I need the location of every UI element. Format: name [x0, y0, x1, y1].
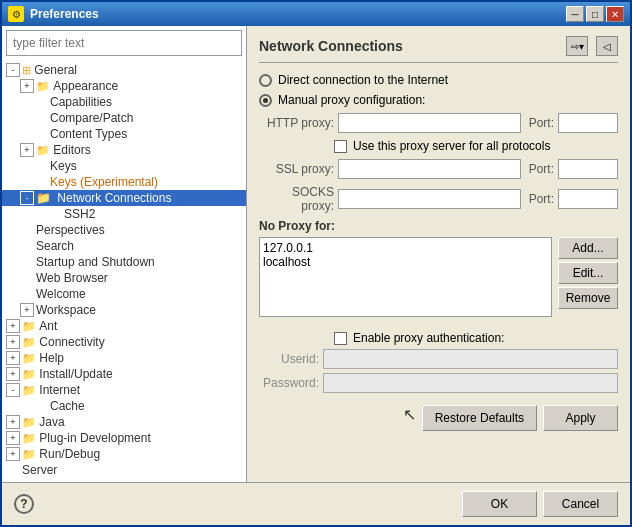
password-label: Password:	[259, 376, 319, 390]
manual-proxy-row[interactable]: Manual proxy configuration:	[259, 93, 618, 107]
no-proxy-section: No Proxy for: 127.0.0.1 localhost Add...…	[259, 219, 618, 317]
password-input	[323, 373, 618, 393]
expander-run-debug[interactable]: +	[6, 447, 20, 461]
no-proxy-entry-0[interactable]: 127.0.0.1	[263, 241, 548, 255]
edit-button[interactable]: Edit...	[558, 262, 618, 284]
sidebar-label-internet: Internet	[39, 383, 80, 397]
sidebar-label-ant: Ant	[39, 319, 57, 333]
maximize-button[interactable]: □	[586, 6, 604, 22]
expander-workspace[interactable]: +	[20, 303, 34, 317]
sidebar-item-editors[interactable]: + 📁 Editors	[2, 142, 246, 158]
expander-appearance[interactable]: +	[20, 79, 34, 93]
expander-ant[interactable]: +	[6, 319, 20, 333]
filter-input[interactable]	[6, 30, 242, 56]
expander-connectivity[interactable]: +	[6, 335, 20, 349]
expander-network[interactable]: -	[20, 191, 34, 205]
folder-icon-appearance: 📁	[36, 80, 50, 93]
help-button[interactable]: ?	[14, 494, 34, 514]
ssl-proxy-label: SSL proxy:	[259, 162, 334, 176]
folder-icon-internet: 📁	[22, 384, 36, 397]
sidebar-item-appearance[interactable]: + 📁 Appearance	[2, 78, 246, 94]
panel-header: Network Connections ⇨▾ ◁	[259, 36, 618, 63]
password-row: Password:	[259, 373, 618, 393]
ssl-proxy-input[interactable]	[338, 159, 521, 179]
no-proxy-content: 127.0.0.1 localhost Add... Edit... Remov…	[259, 237, 618, 317]
sidebar-label-welcome: Welcome	[36, 287, 86, 301]
minimize-button[interactable]: ─	[566, 6, 584, 22]
no-proxy-buttons: Add... Edit... Remove	[558, 237, 618, 317]
sidebar: - ⊞ General + 📁 Appearance Capabilities	[2, 26, 247, 482]
sidebar-item-ssh2[interactable]: SSH2	[2, 206, 246, 222]
remove-button[interactable]: Remove	[558, 287, 618, 309]
restore-defaults-button[interactable]: Restore Defaults	[422, 405, 537, 431]
sidebar-label-content-types: Content Types	[50, 127, 127, 141]
sidebar-item-ant[interactable]: + 📁 Ant	[2, 318, 246, 334]
nav-buttons: ⇨▾ ◁	[566, 36, 618, 56]
auth-checkbox[interactable]	[334, 332, 347, 345]
socks-port-input[interactable]	[558, 189, 618, 209]
nav-back-button[interactable]: ◁	[596, 36, 618, 56]
apply-button[interactable]: Apply	[543, 405, 618, 431]
sidebar-label-cache: Cache	[50, 399, 85, 413]
sidebar-item-internet[interactable]: - 📁 Internet	[2, 382, 246, 398]
main-content: - ⊞ General + 📁 Appearance Capabilities	[2, 26, 630, 482]
folder-icon-help: 📁	[22, 352, 36, 365]
window-controls: ─ □ ✕	[566, 6, 624, 22]
no-proxy-list[interactable]: 127.0.0.1 localhost	[259, 237, 552, 317]
sidebar-item-cache[interactable]: Cache	[2, 398, 246, 414]
sidebar-item-plugin-development[interactable]: + 📁 Plug-in Development	[2, 430, 246, 446]
direct-connection-radio[interactable]	[259, 74, 272, 87]
http-port-input[interactable]	[558, 113, 618, 133]
sidebar-item-capabilities[interactable]: Capabilities	[2, 94, 246, 110]
sidebar-item-network-connections[interactable]: - 📁 Network Connections	[2, 190, 246, 206]
no-proxy-entry-1[interactable]: localhost	[263, 255, 548, 269]
expander-java[interactable]: +	[6, 415, 20, 429]
sidebar-label-web-browser: Web Browser	[36, 271, 108, 285]
sidebar-item-run-debug[interactable]: + 📁 Run/Debug	[2, 446, 246, 462]
http-proxy-input[interactable]	[338, 113, 521, 133]
sidebar-item-compare-patch[interactable]: Compare/Patch	[2, 110, 246, 126]
auth-section: Enable proxy authentication: Userid: Pas…	[259, 331, 618, 393]
right-panel: Network Connections ⇨▾ ◁ Direct connecti…	[247, 26, 630, 482]
sidebar-item-welcome[interactable]: Welcome	[2, 286, 246, 302]
sidebar-item-java[interactable]: + 📁 Java	[2, 414, 246, 430]
add-button[interactable]: Add...	[558, 237, 618, 259]
http-proxy-row: HTTP proxy: Port:	[259, 113, 618, 133]
sidebar-item-keys-experimental[interactable]: Keys (Experimental)	[2, 174, 246, 190]
socks-port-label: Port:	[529, 192, 554, 206]
userid-input	[323, 349, 618, 369]
sidebar-item-keys[interactable]: Keys	[2, 158, 246, 174]
use-same-proxy-row[interactable]: Use this proxy server for all protocols	[334, 139, 618, 153]
close-button[interactable]: ✕	[606, 6, 624, 22]
sidebar-item-web-browser[interactable]: Web Browser	[2, 270, 246, 286]
sidebar-item-search[interactable]: Search	[2, 238, 246, 254]
direct-connection-label: Direct connection to the Internet	[278, 73, 448, 87]
expander-editors[interactable]: +	[20, 143, 34, 157]
socks-proxy-input[interactable]	[338, 189, 521, 209]
expander-plugin-development[interactable]: +	[6, 431, 20, 445]
use-same-proxy-checkbox[interactable]	[334, 140, 347, 153]
expander-help[interactable]: +	[6, 351, 20, 365]
title-bar: ⚙ Preferences ─ □ ✕	[2, 2, 630, 26]
sidebar-item-general[interactable]: - ⊞ General	[2, 62, 246, 78]
ssl-port-input[interactable]	[558, 159, 618, 179]
direct-connection-row[interactable]: Direct connection to the Internet	[259, 73, 618, 87]
sidebar-item-connectivity[interactable]: + 📁 Connectivity	[2, 334, 246, 350]
manual-proxy-radio[interactable]	[259, 94, 272, 107]
sidebar-item-content-types[interactable]: Content Types	[2, 126, 246, 142]
expander-internet[interactable]: -	[6, 383, 20, 397]
sidebar-item-workspace[interactable]: + Workspace	[2, 302, 246, 318]
nav-forward-button[interactable]: ⇨▾	[566, 36, 588, 56]
sidebar-label-compare-patch: Compare/Patch	[50, 111, 133, 125]
sidebar-item-install-update[interactable]: + 📁 Install/Update	[2, 366, 246, 382]
sidebar-item-server[interactable]: Server	[2, 462, 246, 478]
sidebar-item-startup-shutdown[interactable]: Startup and Shutdown	[2, 254, 246, 270]
sidebar-item-perspectives[interactable]: Perspectives	[2, 222, 246, 238]
cancel-button[interactable]: Cancel	[543, 491, 618, 517]
expander-general[interactable]: -	[6, 63, 20, 77]
expander-install-update[interactable]: +	[6, 367, 20, 381]
auth-checkbox-row[interactable]: Enable proxy authentication:	[334, 331, 618, 345]
sidebar-label-help: Help	[39, 351, 64, 365]
sidebar-item-help[interactable]: + 📁 Help	[2, 350, 246, 366]
ok-button[interactable]: OK	[462, 491, 537, 517]
